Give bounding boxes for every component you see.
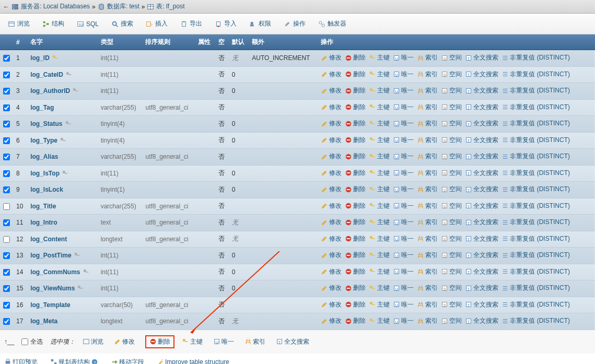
action-distinct[interactable]: 非重复值 (DISTINCT) xyxy=(501,300,570,309)
col-extra[interactable]: 额外 xyxy=(249,34,318,50)
sel-browse[interactable]: 浏览 xyxy=(83,337,103,346)
action-drop[interactable]: 删除 xyxy=(345,234,366,243)
action-change[interactable]: 修改 xyxy=(321,202,342,210)
action-distinct[interactable]: 非重复值 (DISTINCT) xyxy=(501,284,570,292)
action-fulltext[interactable]: T全文搜索 xyxy=(465,316,498,325)
action-fulltext[interactable]: T全文搜索 xyxy=(465,169,498,178)
table-row[interactable]: 8log_IsTop int(11)否0修改删除主键U唯一索引S空间T全文搜索非… xyxy=(0,165,595,182)
row-checkbox[interactable] xyxy=(3,219,10,226)
col-name[interactable]: 名字 xyxy=(27,34,97,50)
action-distinct[interactable]: 非重复值 (DISTINCT) xyxy=(501,103,570,112)
action-index[interactable]: 索引 xyxy=(417,169,438,178)
action-drop[interactable]: 删除 xyxy=(345,267,366,276)
action-distinct[interactable]: 非重复值 (DISTINCT) xyxy=(501,152,570,161)
action-spatial[interactable]: S空间 xyxy=(441,218,462,227)
action-unique[interactable]: U唯一 xyxy=(393,300,414,309)
database-link[interactable]: 数据库: test xyxy=(107,2,139,11)
action-distinct[interactable]: 非重复值 (DISTINCT) xyxy=(501,218,570,227)
action-drop[interactable]: 删除 xyxy=(345,103,366,112)
action-drop[interactable]: 删除 xyxy=(345,86,366,95)
row-checkbox[interactable] xyxy=(3,55,10,62)
action-index[interactable]: 索引 xyxy=(417,119,438,128)
sel-primary[interactable]: 主键 xyxy=(182,337,203,346)
action-distinct[interactable]: 非重复值 (DISTINCT) xyxy=(501,251,570,260)
table-row[interactable]: 12log_Content longtextutf8_general_ci否无修… xyxy=(0,231,595,248)
tab-operations[interactable]: 操作 xyxy=(278,17,311,31)
action-primary[interactable]: 主键 xyxy=(369,234,390,243)
action-change[interactable]: 修改 xyxy=(321,119,342,128)
column-name[interactable]: log_ViewNums xyxy=(30,285,84,292)
table-row[interactable]: 10log_Title varchar(255)utf8_general_ci否… xyxy=(0,198,595,215)
action-spatial[interactable]: S空间 xyxy=(441,152,462,161)
sel-index[interactable]: 索引 xyxy=(244,337,265,346)
tab-sql[interactable]: SQLSQL xyxy=(71,17,104,31)
action-unique[interactable]: U唯一 xyxy=(393,86,414,95)
action-fulltext[interactable]: T全文搜索 xyxy=(465,119,498,128)
action-index[interactable]: 索引 xyxy=(417,103,438,112)
action-change[interactable]: 修改 xyxy=(321,234,342,243)
row-checkbox[interactable] xyxy=(3,186,10,193)
action-index[interactable]: 索引 xyxy=(417,152,438,161)
action-index[interactable]: 索引 xyxy=(417,136,438,145)
action-primary[interactable]: 主键 xyxy=(369,119,390,128)
action-change[interactable]: 修改 xyxy=(321,316,342,325)
column-name[interactable]: log_IsTop xyxy=(30,170,69,177)
table-row[interactable]: 13log_PostTime int(11)否0修改删除主键U唯一索引S空间T全… xyxy=(0,248,595,264)
action-spatial[interactable]: S空间 xyxy=(441,284,462,292)
sel-change[interactable]: 修改 xyxy=(114,337,135,346)
action-drop[interactable]: 删除 xyxy=(345,53,366,62)
action-primary[interactable]: 主键 xyxy=(369,284,390,292)
action-fulltext[interactable]: T全文搜索 xyxy=(465,300,498,309)
action-drop[interactable]: 删除 xyxy=(345,284,366,292)
action-distinct[interactable]: 非重复值 (DISTINCT) xyxy=(501,234,570,243)
action-spatial[interactable]: S空间 xyxy=(441,119,462,128)
table-row[interactable]: 17log_Meta longtextutf8_general_ci否无修改删除… xyxy=(0,313,595,330)
action-spatial[interactable]: S空间 xyxy=(441,300,462,309)
action-change[interactable]: 修改 xyxy=(321,251,342,260)
sel-unique[interactable]: U唯一 xyxy=(213,337,234,346)
action-index[interactable]: 索引 xyxy=(417,218,438,227)
action-unique[interactable]: U唯一 xyxy=(393,316,414,325)
column-name[interactable]: log_Content xyxy=(30,236,67,243)
col-null[interactable]: 空 xyxy=(215,34,229,50)
action-index[interactable]: 索引 xyxy=(417,251,438,260)
row-checkbox[interactable] xyxy=(3,302,10,309)
action-index[interactable]: 索引 xyxy=(417,267,438,276)
move-columns-link[interactable]: 移动字段 xyxy=(111,358,144,365)
action-change[interactable]: 修改 xyxy=(321,152,342,161)
row-checkbox[interactable] xyxy=(3,318,10,325)
tab-privileges[interactable]: 权限 xyxy=(243,17,277,31)
row-checkbox[interactable] xyxy=(3,88,10,95)
action-fulltext[interactable]: T全文搜索 xyxy=(465,234,498,243)
action-fulltext[interactable]: T全文搜索 xyxy=(465,152,498,161)
action-primary[interactable]: 主键 xyxy=(369,185,390,194)
table-row[interactable]: 5log_Status tinyint(4)否0修改删除主键U唯一索引S空间T全… xyxy=(0,116,595,133)
row-checkbox[interactable] xyxy=(3,170,10,177)
column-name[interactable]: log_CommNums xyxy=(30,268,89,276)
action-spatial[interactable]: S空间 xyxy=(441,53,462,62)
action-index[interactable]: 索引 xyxy=(417,70,438,79)
sel-drop[interactable]: 删除 xyxy=(149,337,170,346)
row-checkbox[interactable] xyxy=(3,269,10,276)
table-row[interactable]: 4log_Tag varchar(255)utf8_general_ci否修改删… xyxy=(0,99,595,116)
action-fulltext[interactable]: T全文搜索 xyxy=(465,251,498,260)
row-checkbox[interactable] xyxy=(3,72,10,78)
action-unique[interactable]: U唯一 xyxy=(393,103,414,112)
action-change[interactable]: 修改 xyxy=(321,218,342,227)
action-fulltext[interactable]: T全文搜索 xyxy=(465,185,498,194)
action-distinct[interactable]: 非重复值 (DISTINCT) xyxy=(501,185,570,194)
col-num[interactable]: # xyxy=(13,34,27,50)
table-link[interactable]: 表: lf_post xyxy=(156,2,184,11)
column-name[interactable]: log_Intro xyxy=(30,219,57,226)
back-button[interactable]: ← xyxy=(3,3,9,10)
action-fulltext[interactable]: T全文搜索 xyxy=(465,103,498,112)
col-type[interactable]: 类型 xyxy=(98,34,143,50)
action-drop[interactable]: 删除 xyxy=(345,169,366,178)
row-checkbox[interactable] xyxy=(3,285,10,292)
row-checkbox[interactable] xyxy=(3,236,10,243)
action-drop[interactable]: 删除 xyxy=(345,218,366,227)
action-primary[interactable]: 主键 xyxy=(369,86,390,95)
action-index[interactable]: 索引 xyxy=(417,234,438,243)
normalize-link[interactable]: 规划表结构 ? xyxy=(50,358,98,365)
column-name[interactable]: log_CateID xyxy=(30,71,73,78)
